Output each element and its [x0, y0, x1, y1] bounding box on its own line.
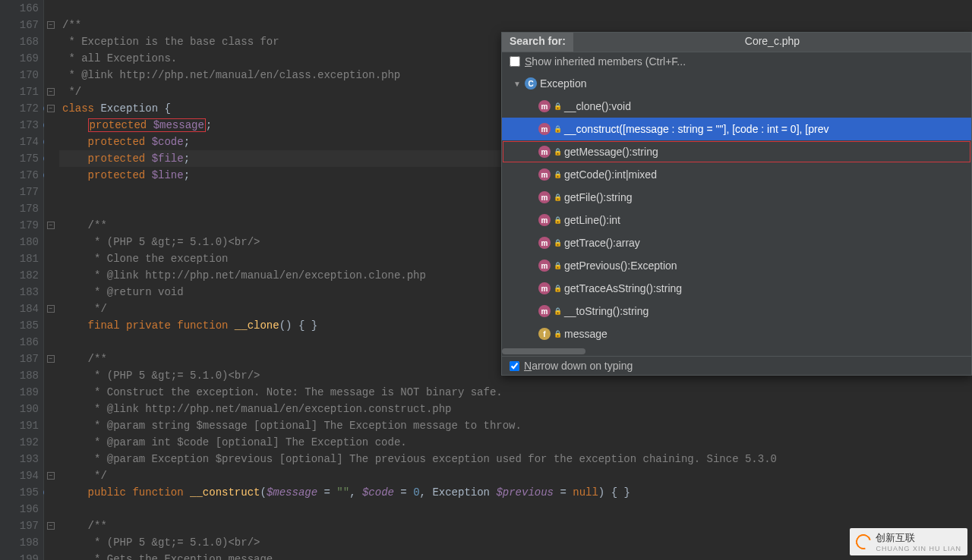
- scrollbar-thumb[interactable]: [502, 348, 585, 354]
- line-number[interactable]: 191: [0, 417, 39, 434]
- line-number[interactable]: 176: [0, 167, 39, 184]
- member-label: getPrevious():Exception: [564, 260, 677, 272]
- line-number[interactable]: 194: [0, 467, 39, 484]
- tree-member-row[interactable]: m🔒 getPrevious():Exception: [502, 254, 971, 277]
- tree-member-row[interactable]: f🔒 message: [502, 322, 971, 345]
- code-line[interactable]: [59, 501, 972, 518]
- code-line[interactable]: * @param int $code [optional] The Except…: [59, 434, 972, 451]
- line-number[interactable]: 170: [0, 67, 39, 83]
- line-number[interactable]: 184: [0, 300, 39, 317]
- fold-toggle-icon[interactable]: −: [47, 305, 55, 313]
- line-number[interactable]: 177: [0, 184, 39, 200]
- tree-member-row[interactable]: m🔒 getLine():int: [502, 209, 971, 231]
- line-number[interactable]: 181: [0, 250, 39, 267]
- fold-gutter: −−−−−−−−: [44, 0, 59, 560]
- code-line[interactable]: * @link http://php.net/manual/en/excepti…: [59, 401, 972, 417]
- variable: $code: [145, 136, 183, 148]
- code-line[interactable]: * @param Exception $previous [optional] …: [59, 451, 972, 467]
- show-inherited-checkbox[interactable]: [510, 56, 520, 67]
- code-line[interactable]: public function __construct($message = "…: [59, 484, 972, 501]
- fold-toggle-icon[interactable]: −: [47, 522, 55, 530]
- structure-tree[interactable]: ▼C Exceptionm🔒 __clone():voidm🔒 __constr…: [502, 71, 971, 347]
- show-inherited-row[interactable]: Show inherited members (Ctrl+F...: [502, 52, 971, 71]
- line-number[interactable]: 167: [0, 17, 39, 33]
- line-number[interactable]: 195: [0, 484, 39, 501]
- code-line[interactable]: /**: [59, 17, 972, 33]
- string: "": [336, 486, 349, 499]
- tree-member-row[interactable]: m🔒 __construct([message : string = ""], …: [502, 118, 971, 140]
- method-icon: m: [538, 100, 551, 112]
- line-number[interactable]: 197: [0, 518, 39, 534]
- line-number[interactable]: 193: [0, 451, 39, 467]
- keyword: protected: [88, 153, 146, 165]
- comment: * @param string $message [optional] The …: [88, 420, 522, 432]
- member-label: __toString():string: [564, 305, 649, 317]
- code-line[interactable]: * (PHP 5 &gt;= 5.1.0)<br/>: [59, 534, 972, 551]
- line-number[interactable]: 196: [0, 501, 39, 518]
- field-icon: f: [538, 328, 551, 340]
- line-number[interactable]: 182: [0, 267, 39, 284]
- keyword: private: [120, 319, 171, 332]
- line-number[interactable]: 186: [0, 334, 39, 351]
- line-number[interactable]: 179: [0, 217, 39, 234]
- tree-class-row[interactable]: ▼C Exception: [502, 72, 971, 95]
- line-number[interactable]: 171: [0, 83, 39, 100]
- method-icon: m: [538, 191, 551, 203]
- line-number[interactable]: 180: [0, 234, 39, 250]
- line-number[interactable]: 172: [0, 100, 39, 117]
- line-number[interactable]: 199: [0, 551, 39, 560]
- line-number[interactable]: 173: [0, 117, 39, 134]
- structure-popup[interactable]: Search for: Core_c.php Show inherited me…: [501, 32, 972, 376]
- line-number[interactable]: 192: [0, 434, 39, 451]
- fold-toggle-icon[interactable]: −: [47, 222, 55, 229]
- fold-toggle-icon[interactable]: −: [47, 355, 55, 363]
- line-number[interactable]: 187: [0, 351, 39, 367]
- code-line[interactable]: */: [59, 467, 972, 484]
- tree-member-row[interactable]: m🔒 getFile():string: [502, 186, 971, 209]
- lock-icon: 🔒: [554, 262, 561, 269]
- line-number[interactable]: 166: [0, 0, 39, 17]
- narrow-row[interactable]: Narrow down on typing: [502, 356, 971, 375]
- code-line[interactable]: * Construct the exception. Note: The mes…: [59, 384, 972, 401]
- tree-member-row[interactable]: m🔒 getTraceAsString():string: [502, 277, 971, 300]
- keyword: final: [88, 319, 120, 332]
- code-line[interactable]: * Gets the Exception message: [59, 551, 972, 560]
- tree-member-row[interactable]: m🔒 getCode():int|mixed: [502, 163, 971, 186]
- line-number[interactable]: 189: [0, 384, 39, 401]
- member-label: getTraceAsString():string: [564, 282, 682, 294]
- tree-member-row[interactable]: m🔒 __clone():void: [502, 95, 971, 118]
- method-icon: m: [538, 237, 551, 249]
- line-number[interactable]: 188: [0, 367, 39, 384]
- line-number[interactable]: 168: [0, 33, 39, 50]
- tree-member-row[interactable]: m🔒 getTrace():array: [502, 231, 971, 254]
- fold-toggle-icon[interactable]: −: [47, 88, 55, 96]
- line-number[interactable]: 183: [0, 284, 39, 300]
- popup-header: Search for: Core_c.php: [502, 33, 971, 52]
- watermark-sub: CHUANG XIN HU LIAN: [876, 545, 961, 552]
- line-number[interactable]: 178: [0, 200, 39, 217]
- fold-toggle-icon[interactable]: −: [47, 105, 55, 112]
- keyword: protected: [88, 136, 146, 148]
- code-line[interactable]: * @param string $message [optional] The …: [59, 417, 972, 434]
- horizontal-scrollbar[interactable]: [502, 347, 971, 356]
- comment: * @return void: [88, 286, 184, 298]
- narrow-checkbox[interactable]: [510, 361, 519, 371]
- line-number[interactable]: 198: [0, 534, 39, 551]
- line-number[interactable]: 185: [0, 317, 39, 334]
- keyword: class: [62, 102, 94, 115]
- line-number[interactable]: 190: [0, 401, 39, 417]
- tree-member-row[interactable]: m🔒 __toString():string: [502, 300, 971, 322]
- code-line[interactable]: [59, 0, 972, 17]
- param: $previous: [496, 486, 554, 499]
- code-line[interactable]: /**: [59, 518, 972, 534]
- keyword: function: [171, 319, 235, 332]
- line-number[interactable]: 174: [0, 134, 39, 150]
- fold-toggle-icon[interactable]: −: [47, 21, 55, 29]
- line-number[interactable]: 169: [0, 50, 39, 67]
- expand-arrow-icon[interactable]: ▼: [513, 80, 522, 88]
- fold-toggle-icon[interactable]: −: [47, 472, 55, 480]
- variable: $message: [147, 119, 204, 131]
- tree-member-row[interactable]: m🔒 getMessage():string: [502, 140, 971, 163]
- line-number[interactable]: 175: [0, 150, 39, 167]
- comment: * @param int $code [optional] The Except…: [88, 436, 407, 448]
